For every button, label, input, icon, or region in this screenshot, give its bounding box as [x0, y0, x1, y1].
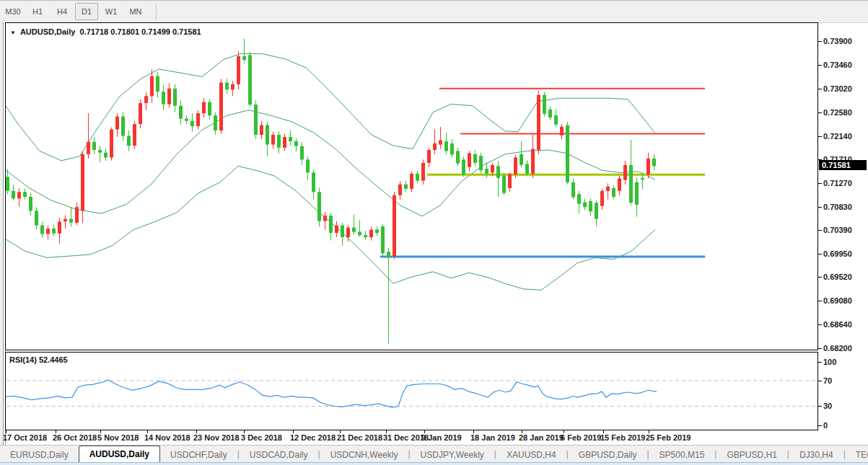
date-axis-label: 25 Feb 2019: [646, 433, 691, 442]
timeframe-toolbar: M30H1H4D1W1MN: [0, 0, 868, 23]
rsi-axis-tick: [818, 425, 822, 426]
timeframe-button-h1[interactable]: H1: [26, 3, 49, 20]
date-axis-label: 18 Jan 2019: [470, 433, 515, 442]
chart-title: ▼AUDUSD,Daily 0.71718 0.71801 0.71499 0.…: [10, 27, 201, 36]
chart-tab-xauusd-h4[interactable]: XAUUSD,H4: [496, 447, 566, 463]
chart-tab-usdchf-daily[interactable]: USDCHF,Daily: [160, 447, 237, 463]
price-axis-label: 0.72140: [823, 132, 852, 141]
price-axis-label: 0.68640: [823, 320, 852, 329]
date-axis-label: 5 Nov 2018: [97, 433, 139, 442]
rsi-axis-label: 30: [823, 402, 832, 410]
price-axis-label: 0.71270: [823, 179, 852, 187]
chart-tab-usdcnh-weekly[interactable]: USDCNH,Weekly: [320, 447, 408, 463]
price-axis-tick: [818, 324, 822, 325]
price-axis-tick: [818, 136, 822, 137]
price-axis-tick: [818, 348, 822, 349]
timeframe-button-mn[interactable]: MN: [124, 3, 147, 20]
ohlc-close: 0.71581: [172, 27, 201, 36]
price-axis-tick: [818, 89, 822, 89]
chart-tab-gbpusd-daily[interactable]: GBPUSD,Daily: [569, 447, 647, 463]
date-axis-label: 6 Feb 2019: [561, 433, 601, 442]
price-axis-label: 0.73900: [823, 37, 852, 45]
ohlc-open: 0.71718: [79, 27, 108, 36]
timeframe-button-w1[interactable]: W1: [100, 3, 123, 20]
price-axis-tick: [818, 277, 822, 278]
rsi-indicator-label: RSI(14) 52.4465: [9, 355, 68, 364]
chart-symbol-label: AUDUSD,Daily: [20, 27, 75, 36]
ohlc-low: 0.71499: [141, 27, 170, 36]
chart-tab-usdjpy-weekly[interactable]: USDJPY,Weekly: [411, 447, 494, 463]
one-click-dropdown-icon[interactable]: ▼: [10, 30, 16, 36]
price-axis-label: 0.69950: [823, 249, 852, 258]
price-axis-label: 0.70390: [823, 226, 852, 234]
rsi-axis-tick: [818, 406, 822, 407]
chart-tab-eurusd-daily[interactable]: EURUSD,Daily: [0, 447, 79, 463]
rsi-subwindow-frame[interactable]: [5, 352, 818, 430]
date-axis-label: 9 Jan 2019: [421, 433, 462, 442]
price-axis-tick: [818, 65, 822, 66]
chart-tab-audusd-daily[interactable]: AUDUSD,Daily: [79, 446, 160, 463]
price-axis-label: 0.68200: [823, 344, 852, 353]
price-axis-tick: [818, 112, 822, 113]
price-axis-tick: [818, 41, 822, 42]
date-axis-label: 21 Dec 2018: [337, 433, 382, 442]
price-axis-label: 0.73460: [823, 61, 852, 69]
chart-tab-sp500-m15[interactable]: SP500,M15: [649, 447, 715, 463]
price-axis-tick: [818, 207, 822, 208]
price-axis-label: 0.69080: [823, 296, 852, 305]
date-axis-label: 23 Nov 2018: [193, 433, 240, 442]
date-axis-label: 15 Feb 2019: [600, 433, 645, 442]
price-axis-tick: [818, 301, 822, 301]
date-axis-label: 17 Oct 2018: [3, 433, 47, 442]
date-axis-label: 28 Jan 2019: [519, 433, 564, 442]
timeframe-button-m30[interactable]: M30: [1, 3, 25, 20]
date-axis-label: 12 Dec 2018: [290, 433, 336, 442]
price-axis-tick: [818, 230, 822, 231]
main-chart-frame[interactable]: [5, 22, 818, 350]
date-axis-label: 26 Oct 2018: [53, 433, 97, 442]
rsi-axis-tick: [818, 362, 822, 363]
chart-tab-usdcad-daily[interactable]: USDCAD,Daily: [240, 447, 318, 463]
rsi-axis-tick: [818, 381, 822, 381]
rsi-axis-label: 100: [823, 358, 836, 366]
ohlc-high: 0.71801: [110, 27, 139, 36]
timeframe-button-h4[interactable]: H4: [51, 3, 74, 20]
date-axis-label: 3 Dec 2018: [241, 433, 282, 442]
chart-tab-bar: EURUSD,DailyAUDUSD,DailyUSDCHF,Daily|USD…: [0, 445, 868, 463]
chart-tab-gbpusd-h1[interactable]: GBPUSD,H1: [716, 447, 786, 463]
price-axis-label: 0.73020: [823, 84, 852, 93]
date-axis-label: 14 Nov 2018: [144, 433, 190, 442]
window-bottom-edge: [0, 462, 868, 465]
rsi-axis-label: 0: [823, 421, 828, 430]
timeframe-button-d1[interactable]: D1: [75, 3, 98, 20]
current-price-badge: 0.71581: [819, 160, 867, 170]
rsi-axis-label: 70: [823, 376, 832, 385]
price-axis-label: 0.70830: [823, 203, 852, 211]
chart-tab-dj30-h4[interactable]: DJ30,H4: [789, 447, 843, 463]
chart-tab-tech100-h[interactable]: TECH100,H: [846, 447, 868, 463]
price-axis-label: 0.72580: [823, 108, 852, 117]
price-axis-label: 0.69520: [823, 273, 852, 281]
price-axis-tick: [818, 254, 822, 254]
toolbar-separator: [156, 4, 157, 19]
price-axis-tick: [818, 183, 822, 184]
